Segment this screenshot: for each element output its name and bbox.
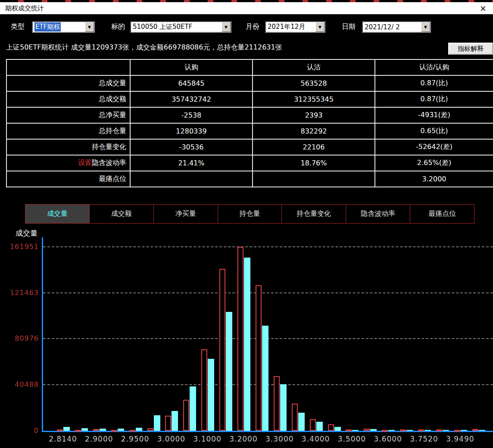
put-bar bbox=[81, 428, 88, 431]
window-titlebar: 期权成交统计 × bbox=[0, 2, 493, 14]
x-axis-label: 2.9000 bbox=[80, 435, 119, 443]
call-bar bbox=[382, 430, 388, 432]
put-bar bbox=[63, 427, 70, 431]
y-axis-label: 0 bbox=[0, 426, 39, 435]
close-icon[interactable]: × bbox=[477, 2, 489, 14]
cell-call: 357432742 bbox=[130, 91, 253, 107]
summary-text: 上证50ETF期权统计 成交量1209373张，成交金额669788086元，总… bbox=[6, 43, 282, 52]
tab-net-buy[interactable]: 净买量 bbox=[153, 204, 218, 224]
call-bar bbox=[400, 429, 406, 431]
cell-put: 832292 bbox=[253, 123, 375, 139]
month-combobox[interactable]: 2021年12月 ▼ bbox=[265, 21, 325, 33]
cell-put: 2393 bbox=[253, 107, 375, 123]
tab-max-pain[interactable]: 最痛点位 bbox=[410, 204, 474, 224]
put-bar bbox=[388, 430, 395, 431]
cell-put: 563528 bbox=[253, 75, 375, 91]
call-bar bbox=[75, 430, 81, 432]
table-row: 总成交额 357432742 312355345 0.87(比) bbox=[6, 91, 493, 107]
chart-tabs: 成交量 成交额 净买量 持仓量 持仓量变化 隐含波动率 最痛点位 bbox=[25, 204, 474, 224]
cell-ratio: 2.65%(差) bbox=[375, 155, 493, 171]
row-label: 最痛点位 bbox=[6, 171, 130, 187]
table-header-row: 认购 认沽 认沽/认购 bbox=[6, 59, 493, 75]
cell-ratio: 0.65(比) bbox=[375, 123, 493, 139]
call-bar bbox=[57, 429, 63, 431]
x-axis-label: 3.0000 bbox=[152, 435, 190, 443]
header-call: 认购 bbox=[130, 59, 253, 75]
row-label: 总成交额 bbox=[6, 91, 130, 107]
window-title: 期权成交统计 bbox=[5, 4, 44, 12]
call-bar bbox=[219, 269, 225, 431]
stats-table: 认购 认沽 认沽/认购 总成交量 645845 563528 0.87(比) 总… bbox=[6, 59, 493, 187]
type-label: 类型 bbox=[11, 22, 25, 31]
date-combobox[interactable]: 2021/12/ 2 ▼ bbox=[362, 21, 431, 33]
tab-open-interest[interactable]: 持仓量 bbox=[218, 204, 282, 224]
x-axis-label: 3.4000 bbox=[296, 435, 335, 443]
date-value: 2021/12/ 2 bbox=[363, 22, 421, 32]
underlying-combobox[interactable]: 510050 上证50ETF ▼ bbox=[130, 21, 231, 33]
cell-put: 312355345 bbox=[253, 91, 375, 107]
x-axis-label: 3.1000 bbox=[188, 435, 227, 443]
header-empty bbox=[6, 59, 130, 75]
put-bar bbox=[136, 428, 142, 431]
tab-amount[interactable]: 成交额 bbox=[89, 204, 154, 224]
put-bar bbox=[280, 384, 287, 431]
x-axis-label: 3.3000 bbox=[260, 435, 299, 443]
put-bar bbox=[424, 430, 431, 431]
tab-oi-change[interactable]: 持仓量变化 bbox=[281, 204, 346, 224]
cell-call: -2538 bbox=[130, 107, 253, 123]
table-row: 最痛点位 3.2000 bbox=[6, 171, 493, 187]
put-bar bbox=[406, 430, 413, 431]
call-bar bbox=[93, 429, 99, 431]
y-axis-label: 161951 bbox=[0, 243, 39, 251]
dropdown-arrow-icon[interactable]: ▼ bbox=[222, 22, 231, 32]
settings-link[interactable]: 设置 bbox=[78, 159, 92, 167]
call-bar bbox=[328, 424, 334, 431]
x-axis-label: 2.8140 bbox=[44, 435, 82, 443]
x-axis-label: 3.7520 bbox=[405, 435, 443, 443]
put-bar bbox=[100, 429, 106, 431]
row-label: 总持仓量 bbox=[6, 123, 130, 139]
filter-controls-row: 类型 ETF期权 ▼ 标的 510050 上证50ETF ▼ 月份 2021年1… bbox=[0, 14, 493, 40]
call-bar bbox=[274, 376, 280, 431]
gridline bbox=[43, 246, 493, 247]
put-bar bbox=[190, 386, 196, 431]
call-bar bbox=[418, 429, 424, 431]
call-bar bbox=[256, 285, 262, 431]
cell-call: -30536 bbox=[130, 139, 253, 155]
date-label: 日期 bbox=[342, 22, 356, 31]
call-bar bbox=[310, 419, 316, 431]
cell-ratio: 3.2000 bbox=[375, 171, 493, 187]
table-row: 持仓量变化 -30536 22106 -52642(差) bbox=[6, 139, 493, 155]
x-axis-label: 3.5000 bbox=[332, 435, 371, 443]
call-bar bbox=[237, 247, 243, 431]
dropdown-arrow-icon[interactable]: ▼ bbox=[421, 22, 430, 32]
call-bar bbox=[183, 400, 189, 431]
call-bar bbox=[472, 429, 478, 431]
call-bar bbox=[346, 429, 352, 431]
cell-put: 22106 bbox=[253, 139, 375, 155]
call-bar bbox=[165, 416, 171, 431]
month-value: 2021年12月 bbox=[266, 22, 315, 32]
cell-ratio: 0.87(比) bbox=[375, 75, 493, 91]
tab-volume[interactable]: 成交量 bbox=[25, 204, 90, 224]
underlying-label: 标的 bbox=[111, 22, 125, 31]
row-label-text: 隐含波动率 bbox=[92, 159, 126, 167]
row-label: 持仓量变化 bbox=[6, 139, 130, 155]
y-axis-title: 成交量 bbox=[16, 228, 37, 238]
cell-call: 1280339 bbox=[130, 123, 253, 139]
type-combobox[interactable]: ETF期权 ▼ bbox=[32, 21, 95, 33]
put-bar bbox=[479, 430, 485, 431]
put-bar bbox=[370, 429, 377, 431]
table-row: 设置隐含波动率 21.41% 18.76% 2.65%(差) bbox=[6, 155, 493, 171]
dropdown-arrow-icon[interactable]: ▼ bbox=[85, 22, 94, 32]
put-bar bbox=[262, 326, 268, 431]
x-axis-line bbox=[42, 431, 493, 432]
month-label: 月份 bbox=[246, 22, 259, 31]
indicator-explain-button[interactable]: 指标解释 bbox=[448, 43, 493, 55]
y-axis-label: 121463 bbox=[0, 289, 39, 297]
call-bar bbox=[111, 430, 117, 432]
put-bar bbox=[244, 258, 250, 431]
tab-implied-vol[interactable]: 隐含波动率 bbox=[346, 204, 410, 224]
put-bar bbox=[154, 415, 160, 431]
dropdown-arrow-icon[interactable]: ▼ bbox=[315, 22, 325, 32]
